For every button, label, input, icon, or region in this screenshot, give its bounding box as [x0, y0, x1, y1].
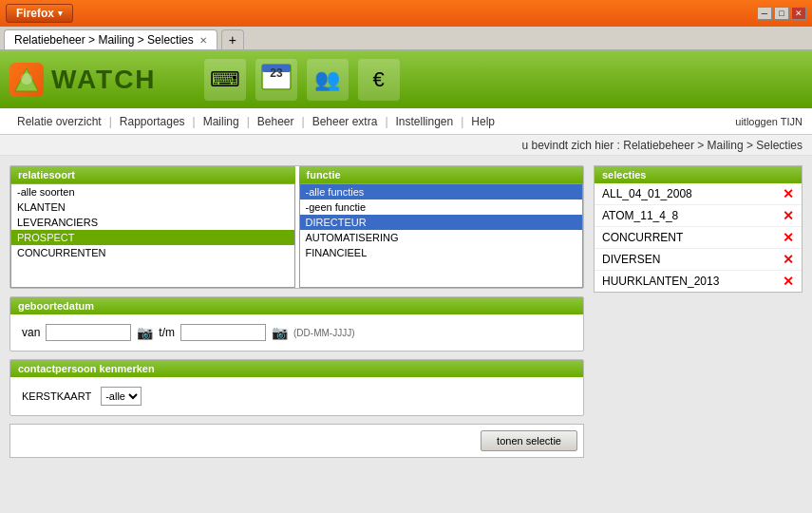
- minimize-button[interactable]: ─: [757, 7, 772, 20]
- delete-selectie-4-icon[interactable]: ✕: [783, 274, 794, 289]
- selectie-row-4: HUURKLANTEN_2013 ✕: [595, 271, 802, 292]
- functie-list[interactable]: -alle functies -geen functie DIRECTEUR A…: [299, 183, 584, 288]
- menu-bar: Relatie overzicht | Rapportages | Mailin…: [0, 108, 812, 135]
- calendar-icon: 23: [260, 61, 293, 99]
- relatiesoort-list[interactable]: -alle soorten KLANTEN LEVERANCIERS PROSP…: [10, 183, 295, 288]
- delete-selectie-1-icon[interactable]: ✕: [783, 208, 794, 223]
- list-item-selected[interactable]: PROSPECT: [11, 230, 294, 245]
- logout-link[interactable]: uitloggen TIJN: [735, 116, 803, 127]
- new-tab-button[interactable]: +: [221, 29, 244, 49]
- tab-main[interactable]: Relatiebeheer > Mailing > Selecties ✕: [4, 29, 217, 49]
- keyboard-icon: ⌨: [210, 67, 240, 92]
- menu-rapportages[interactable]: Rapportages: [112, 115, 193, 128]
- tm-label: t/m: [159, 326, 175, 339]
- calendar-nav-icon[interactable]: 23: [255, 59, 297, 101]
- logo-text: WATCH: [51, 65, 157, 95]
- right-panel: selecties ALL_04_01_2008 ✕ ATOM_11_4_8 ✕…: [594, 165, 803, 504]
- selectie-name-3: DIVERSEN: [602, 253, 783, 266]
- kerstkaart-label: KERSTKAART: [22, 390, 91, 402]
- list-item-selected[interactable]: -alle functies: [300, 184, 583, 200]
- selectie-row-3: DIVERSEN ✕: [595, 249, 802, 271]
- people-nav-icon[interactable]: 👥: [307, 59, 349, 101]
- nav-icons: ⌨ 23 👥 €: [204, 59, 400, 101]
- svg-point-1: [21, 73, 32, 85]
- geboortedatum-content: van 📷 t/m 📷 (DD-MM-JJJJ): [10, 314, 583, 351]
- euro-icon: €: [372, 67, 384, 92]
- keyboard-nav-icon[interactable]: ⌨: [204, 59, 246, 101]
- title-bar: Firefox ─ □ ✕: [0, 0, 812, 27]
- contactpersoon-content: KERSTKAART -alle ja nee: [10, 377, 583, 415]
- menu-help[interactable]: Help: [463, 115, 502, 128]
- left-panel: relatiesoort -alle soorten KLANTEN LEVER…: [9, 165, 584, 504]
- kerstkaart-select[interactable]: -alle ja nee: [101, 387, 142, 406]
- menu-mailing[interactable]: Mailing: [196, 115, 247, 128]
- selectie-row-0: ALL_04_01_2008 ✕: [595, 183, 802, 205]
- firefox-label: Firefox: [16, 7, 54, 20]
- relatie-functie-box: relatiesoort -alle soorten KLANTEN LEVER…: [9, 165, 584, 289]
- contact-row: KERSTKAART -alle ja nee: [16, 383, 577, 409]
- euro-nav-icon[interactable]: €: [358, 59, 400, 101]
- selectie-name-4: HUURKLANTEN_2013: [602, 275, 783, 288]
- people-icon: 👥: [314, 67, 340, 92]
- date-hint: (DD-MM-JJJJ): [293, 328, 354, 338]
- selecties-header: selecties: [595, 166, 802, 183]
- tab-label: Relatiebeheer > Mailing > Selecties: [14, 33, 194, 47]
- svg-text:23: 23: [270, 66, 283, 80]
- logo-area: WATCH: [9, 63, 157, 97]
- list-item[interactable]: FINANCIEEL: [300, 245, 583, 260]
- button-row: tonen selectie: [9, 424, 584, 458]
- geboortedatum-header: geboortedatum: [10, 297, 583, 314]
- selectie-row-2: CONCURRENT ✕: [595, 227, 802, 249]
- tonen-selectie-button[interactable]: tonen selectie: [481, 430, 577, 451]
- firefox-menu-button[interactable]: Firefox: [6, 4, 73, 23]
- app-header: WATCH ⌨ 23 👥 €: [0, 51, 812, 108]
- date-row: van 📷 t/m 📷 (DD-MM-JJJJ): [16, 320, 577, 345]
- tab-close-icon[interactable]: ✕: [199, 35, 207, 46]
- list-container: relatiesoort -alle soorten KLANTEN LEVER…: [10, 166, 583, 288]
- breadcrumb-bar: u bevindt zich hier : Relatiebeheer > Ma…: [0, 135, 812, 156]
- list-item[interactable]: KLANTEN: [11, 200, 294, 215]
- relatiesoort-header: relatiesoort: [10, 166, 295, 183]
- close-button[interactable]: ✕: [791, 7, 806, 20]
- contactpersoon-header: contactpersoon kenmerken: [10, 360, 583, 377]
- selectie-name-1: ATOM_11_4_8: [602, 209, 783, 222]
- list-item[interactable]: AUTOMATISERING: [300, 230, 583, 245]
- geboortedatum-box: geboortedatum van 📷 t/m 📷 (DD-MM-JJJJ): [9, 296, 584, 352]
- selecties-box: selecties ALL_04_01_2008 ✕ ATOM_11_4_8 ✕…: [594, 165, 803, 293]
- breadcrumb-text: u bevindt zich hier : Relatiebeheer > Ma…: [522, 139, 803, 152]
- van-input[interactable]: [46, 324, 131, 341]
- contactpersoon-box: contactpersoon kenmerken KERSTKAART -all…: [9, 359, 584, 416]
- list-item[interactable]: -alle soorten: [11, 184, 294, 200]
- delete-selectie-2-icon[interactable]: ✕: [783, 230, 794, 245]
- delete-selectie-0-icon[interactable]: ✕: [783, 186, 794, 201]
- list-item[interactable]: CONCURRENTEN: [11, 245, 294, 260]
- functie-header: functie: [299, 166, 584, 183]
- list-item[interactable]: -geen functie: [300, 200, 583, 215]
- tm-input[interactable]: [180, 324, 266, 341]
- relatiesoort-list-box: relatiesoort -alle soorten KLANTEN LEVER…: [10, 166, 295, 288]
- van-label: van: [22, 326, 40, 339]
- logo-icon: [9, 63, 44, 97]
- menu-relatie-overzicht[interactable]: Relatie overzicht: [9, 115, 109, 128]
- selectie-row-1: ATOM_11_4_8 ✕: [595, 205, 802, 227]
- selectie-name-0: ALL_04_01_2008: [602, 187, 783, 200]
- menu-instellingen[interactable]: Instellingen: [388, 115, 462, 128]
- list-item[interactable]: LEVERANCIERS: [11, 215, 294, 230]
- window-controls: ─ □ ✕: [757, 7, 806, 20]
- tab-bar: Relatiebeheer > Mailing > Selecties ✕ +: [0, 27, 812, 51]
- maximize-button[interactable]: □: [774, 7, 789, 20]
- menu-beheer-extra[interactable]: Beheer extra: [305, 115, 386, 128]
- main-content: relatiesoort -alle soorten KLANTEN LEVER…: [0, 156, 812, 513]
- menu-beheer[interactable]: Beheer: [250, 115, 302, 128]
- calendar-van-icon[interactable]: 📷: [137, 325, 153, 340]
- selectie-name-2: CONCURRENT: [602, 231, 783, 244]
- delete-selectie-3-icon[interactable]: ✕: [783, 252, 794, 267]
- list-item-selected[interactable]: DIRECTEUR: [300, 215, 583, 230]
- functie-list-box: functie -alle functies -geen functie DIR…: [299, 166, 584, 288]
- calendar-tm-icon[interactable]: 📷: [272, 325, 288, 340]
